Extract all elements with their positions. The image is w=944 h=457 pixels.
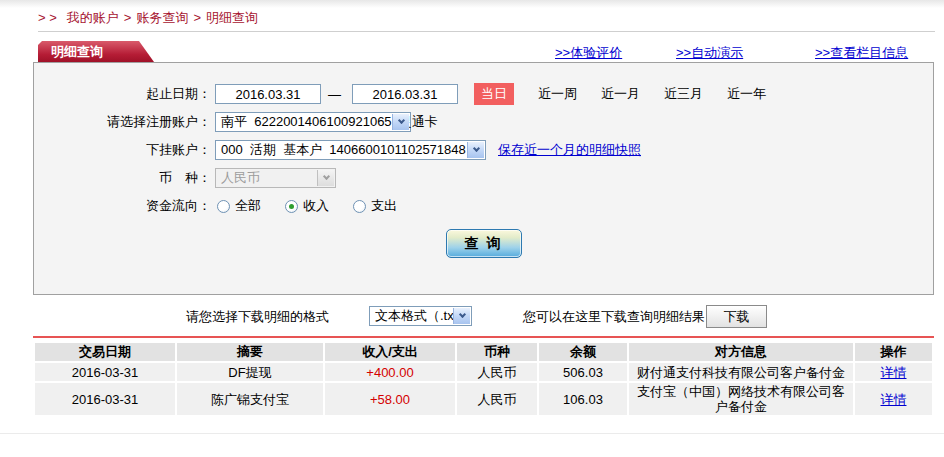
sub-account-label: 下挂账户： [34, 141, 211, 159]
currency-value: 人民币 [221, 169, 260, 187]
query-form-panel: 起止日期： — 当日 近一周 近一月 近三月 近一年 请选择注册账户： 南平 6… [33, 62, 934, 295]
sub-account-row: 下挂账户： 000 活期 基本户 1406600101102571848 保存近… [34, 139, 933, 161]
download-format-select[interactable]: 文本格式（.txt） [369, 306, 472, 326]
cell-date: 2016-03-31 [35, 383, 175, 415]
breadcrumb-account-query[interactable]: 账务查询 [136, 10, 188, 25]
cell-counterparty: 支付宝（中国）网络技术有限公司客户备付金 [629, 383, 853, 415]
flow-radio-expense[interactable]: 支出 [353, 197, 397, 215]
flow-option-label: 全部 [235, 197, 261, 215]
breadcrumb-separator: > [193, 10, 201, 25]
radio-icon [353, 200, 366, 213]
currency-label: 币 种： [34, 169, 211, 187]
col-header-date: 交易日期 [35, 343, 175, 361]
table-top-rule [33, 336, 934, 338]
col-header-summary: 摘要 [177, 343, 323, 361]
chevron-down-icon [392, 114, 409, 130]
quick-range-month[interactable]: 近一月 [601, 85, 640, 103]
cell-currency: 人民币 [457, 363, 537, 381]
date-to-input[interactable] [352, 84, 458, 104]
download-hint: 您可以在这里下载查询明细结果 [523, 306, 705, 328]
quick-range-today[interactable]: 当日 [474, 83, 514, 105]
flow-option-label: 收入 [303, 197, 329, 215]
tab-detail-query[interactable]: 明细查询 [38, 41, 154, 62]
chevron-down-icon [453, 308, 470, 324]
date-range-row: 起止日期： — 当日 近一周 近一月 近三月 近一年 [34, 83, 933, 105]
flow-radio-income[interactable]: 收入 [285, 197, 329, 215]
cell-balance: 506.03 [539, 363, 627, 381]
link-view-column-info[interactable]: >>查看栏目信息 [815, 44, 908, 62]
breadcrumb-separator: > [124, 10, 132, 25]
download-button[interactable]: 下载 [706, 305, 767, 328]
cell-currency: 人民币 [457, 383, 537, 415]
results-table: 交易日期 摘要 收入/支出 币种 余额 对方信息 操作 2016-03-31 D… [33, 336, 934, 417]
breadcrumb-detail-query[interactable]: 明细查询 [206, 10, 258, 25]
bottom-divider [0, 433, 944, 434]
breadcrumb: > >我的账户>账务查询>明细查询 [38, 9, 258, 27]
registered-account-label: 请选择注册账户： [34, 113, 211, 131]
top-gradient [0, 0, 944, 8]
registered-account-row: 请选择注册账户： 南平 6222001406100921065 灵通卡 [34, 111, 933, 133]
fund-flow-row: 资金流向： 全部 收入 支出 [34, 195, 933, 217]
cell-amount: +400.00 [325, 363, 455, 381]
registered-account-select[interactable]: 南平 6222001406100921065 灵通卡 [215, 112, 411, 132]
detail-link[interactable]: 详情 [881, 365, 907, 380]
date-from-input[interactable] [215, 84, 321, 104]
cell-summary: 陈广锦支付宝 [177, 383, 323, 415]
chevron-down-icon [317, 170, 334, 186]
flow-option-label: 支出 [371, 197, 397, 215]
cell-amount: +58.00 [325, 383, 455, 415]
chevron-down-icon [467, 142, 484, 158]
download-format-label: 请您选择下载明细的格式 [186, 306, 329, 328]
cell-balance: 106.03 [539, 383, 627, 415]
fund-flow-label: 资金流向： [34, 197, 211, 215]
table-row: 2016-03-31 DF提现 +400.00 人民币 506.03 财付通支付… [35, 363, 932, 381]
currency-row: 币 种： 人民币 [34, 167, 933, 189]
cell-summary: DF提现 [177, 363, 323, 381]
date-range-label: 起止日期： [34, 85, 211, 103]
page: > >我的账户>账务查询>明细查询 明细查询 >>体验评价 >>自动演示 >>查… [0, 0, 944, 457]
sub-account-select[interactable]: 000 活期 基本户 1406600101102571848 [215, 140, 486, 160]
flow-radio-all[interactable]: 全部 [217, 197, 261, 215]
col-header-currency: 币种 [457, 343, 537, 361]
quick-range-week[interactable]: 近一周 [538, 85, 577, 103]
radio-icon [285, 200, 298, 213]
col-header-balance: 余额 [539, 343, 627, 361]
sub-account-value: 000 活期 基本户 1406600101102571848 [221, 141, 466, 159]
table-row: 2016-03-31 陈广锦支付宝 +58.00 人民币 106.03 支付宝（… [35, 383, 932, 415]
quick-range-quarter[interactable]: 近三月 [664, 85, 703, 103]
cell-date: 2016-03-31 [35, 363, 175, 381]
radio-icon [217, 200, 230, 213]
quick-range-year[interactable]: 近一年 [727, 85, 766, 103]
col-header-action: 操作 [855, 343, 932, 361]
tab-title: 明细查询 [51, 44, 103, 59]
breadcrumb-divider [38, 31, 935, 32]
save-snapshot-link[interactable]: 保存近一个月的明细快照 [498, 141, 641, 159]
date-dash: — [328, 87, 341, 102]
col-header-amount: 收入/支出 [325, 343, 455, 361]
query-button[interactable]: 查 询 [446, 229, 522, 258]
breadcrumb-my-account[interactable]: 我的账户 [67, 10, 119, 25]
link-auto-demo[interactable]: >>自动演示 [676, 44, 743, 62]
breadcrumb-prefix: > > [38, 10, 57, 25]
detail-link[interactable]: 详情 [881, 392, 907, 407]
cell-counterparty: 财付通支付科技有限公司客户备付金 [629, 363, 853, 381]
table-header-row: 交易日期 摘要 收入/支出 币种 余额 对方信息 操作 [35, 343, 932, 361]
col-header-counterparty: 对方信息 [629, 343, 853, 361]
currency-select: 人民币 [215, 168, 336, 188]
link-experience-review[interactable]: >>体验评价 [555, 44, 622, 62]
